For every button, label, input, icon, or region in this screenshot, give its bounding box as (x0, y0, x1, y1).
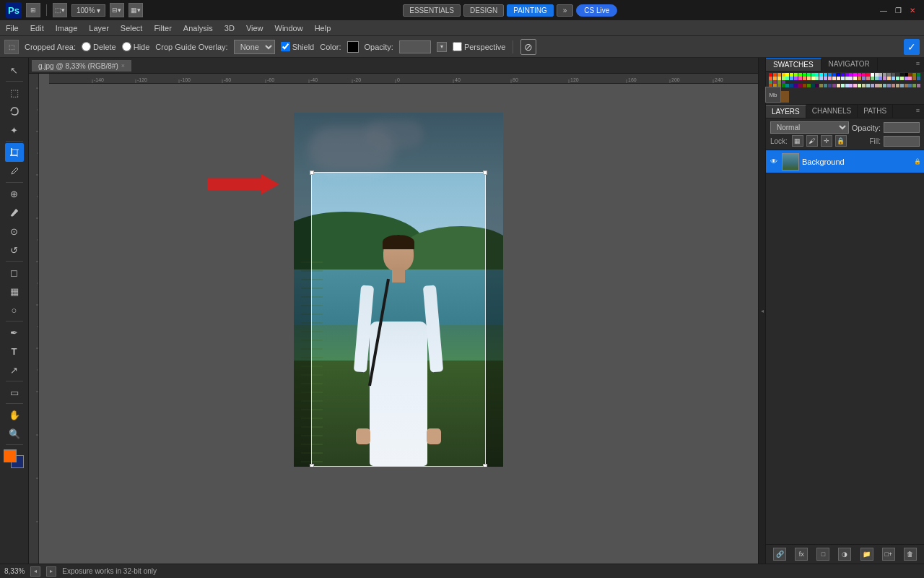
perspective-checkbox[interactable]: Perspective (453, 42, 505, 51)
menu-file[interactable]: File (0, 22, 25, 34)
blend-mode-dropdown[interactable]: Normal (770, 121, 849, 134)
tool-type[interactable]: T (5, 342, 24, 361)
crop-handle-tl[interactable] (310, 171, 314, 175)
swatch-cell[interactable] (841, 84, 845, 87)
tool-path-select[interactable]: ↗ (5, 361, 24, 379)
swatch-cell[interactable] (875, 77, 879, 80)
tool-brush[interactable] (5, 203, 24, 222)
tab-layers[interactable]: LAYERS (766, 105, 806, 118)
swatch-cell[interactable] (824, 77, 827, 80)
add-mask-btn[interactable]: □ (816, 548, 829, 561)
swatch-cell[interactable] (815, 77, 819, 80)
panel-expand-handle[interactable]: ◂ (758, 58, 765, 564)
swatch-cell[interactable] (785, 84, 789, 87)
confirm-crop-btn[interactable]: ✓ (904, 39, 920, 55)
swatch-cell[interactable] (883, 77, 886, 80)
menu-help[interactable]: Help (309, 22, 337, 34)
guide-overlay-dropdown[interactable]: None (234, 40, 275, 54)
close-btn[interactable]: ✕ (907, 4, 918, 16)
swatch-cell[interactable] (807, 77, 811, 80)
tool-zoom-tool[interactable]: 🔍 (5, 424, 24, 443)
add-adjustment-btn[interactable]: ◑ (838, 548, 851, 561)
fill-input[interactable]: 100% (884, 136, 920, 147)
tab-paths[interactable]: PATHS (858, 105, 893, 118)
swatch-cell[interactable] (811, 84, 815, 87)
swatch-cell[interactable] (815, 84, 819, 87)
menu-analysis[interactable]: Analysis (178, 22, 219, 34)
menu-filter[interactable]: Filter (148, 22, 177, 34)
crop-options-icon[interactable]: ⬚ (4, 40, 19, 54)
swatch-cell[interactable] (845, 84, 849, 87)
swatch-cell[interactable] (819, 84, 823, 87)
swatches-collapse-btn[interactable]: ≡ (912, 58, 924, 71)
swatch-cell[interactable] (892, 77, 895, 80)
perspective-checkbox-input[interactable] (453, 42, 462, 51)
menu-window[interactable]: Window (269, 22, 309, 34)
layout-icon[interactable]: ▦▾ (128, 3, 143, 17)
swatch-cell[interactable] (785, 77, 789, 80)
layer-visibility-toggle[interactable]: 👁 (769, 157, 779, 167)
tool-quick-select[interactable]: ✦ (5, 121, 24, 139)
swatch-cell[interactable] (803, 84, 806, 87)
shield-checkbox[interactable]: Shield (281, 42, 315, 51)
tab-channels[interactable]: CHANNELS (806, 105, 858, 118)
swatch-cell[interactable] (858, 77, 861, 80)
swatch-cell[interactable] (807, 84, 811, 87)
swatch-cell[interactable] (905, 77, 908, 80)
swatch-cell[interactable] (828, 77, 832, 80)
tool-eraser[interactable]: ◻ (5, 263, 24, 282)
tool-healing[interactable]: ⊕ (5, 184, 24, 203)
swatch-cell[interactable] (798, 84, 802, 87)
zoom-display[interactable]: 100%▾ (71, 4, 105, 17)
swatch-cell[interactable] (896, 77, 899, 80)
swatch-cell[interactable] (794, 84, 798, 87)
swatch-cell[interactable] (790, 84, 793, 87)
doc-tab-close-btn[interactable]: × (121, 62, 125, 69)
tool-marquee[interactable]: ⬚ (5, 83, 24, 102)
tab-swatches[interactable]: SWATCHES (766, 58, 821, 71)
fx-btn[interactable]: fx (795, 548, 808, 561)
hide-radio[interactable]: Hide (122, 42, 150, 51)
opacity-input[interactable]: 75% (399, 40, 431, 53)
crop-handle-bl[interactable] (310, 464, 314, 467)
swatch-cell[interactable] (837, 84, 840, 87)
swatch-cell[interactable] (900, 77, 904, 80)
swatch-cell[interactable] (912, 77, 916, 80)
swatch-cell[interactable] (887, 84, 891, 87)
swatch-cell[interactable] (896, 84, 899, 87)
swatch-cell[interactable] (866, 77, 870, 80)
menu-view[interactable]: View (240, 22, 269, 34)
essentials-btn[interactable]: ESSENTIALS (403, 4, 461, 17)
swatch-cell[interactable] (862, 84, 866, 87)
swatch-cell[interactable] (849, 84, 853, 87)
lock-position-btn[interactable]: ✛ (821, 135, 832, 147)
minimize-btn[interactable]: — (878, 4, 889, 16)
restore-btn[interactable]: ❐ (892, 4, 904, 16)
swatch-cell[interactable] (832, 84, 836, 87)
tool-dodge[interactable]: ○ (5, 301, 24, 319)
painting-btn[interactable]: PAINTING (507, 4, 553, 17)
shield-checkbox-input[interactable] (281, 42, 290, 51)
tool-rectangle[interactable]: ▭ (5, 383, 24, 402)
swatch-cell[interactable] (879, 77, 882, 80)
swatch-cell[interactable] (782, 84, 785, 87)
tool-history-brush[interactable]: ↺ (5, 241, 24, 259)
menu-select[interactable]: Select (115, 22, 149, 34)
menu-image[interactable]: Image (50, 22, 84, 34)
mb-btn[interactable]: Mb (765, 87, 781, 103)
swatch-cell[interactable] (841, 77, 845, 80)
swatch-cell[interactable] (900, 84, 904, 87)
swatch-cell[interactable] (883, 84, 886, 87)
tool-clone[interactable]: ⊙ (5, 222, 24, 241)
doc-tab-gjpg[interactable]: g.jpg @ 8,33% (RGB/8#) × (32, 60, 131, 72)
delete-radio[interactable]: Delete (82, 42, 116, 51)
canvas-viewport[interactable] (39, 84, 758, 564)
more-workspaces-btn[interactable]: » (557, 4, 574, 17)
swatch-cell[interactable] (849, 77, 853, 80)
cancel-crop-btn[interactable]: ⊘ (520, 39, 536, 55)
tool-lasso[interactable] (5, 102, 24, 121)
tab-navigator[interactable]: NAVIGATOR (821, 58, 878, 71)
hide-radio-input[interactable] (122, 42, 131, 51)
swatch-cell[interactable] (866, 84, 870, 87)
menu-edit[interactable]: Edit (25, 22, 50, 34)
